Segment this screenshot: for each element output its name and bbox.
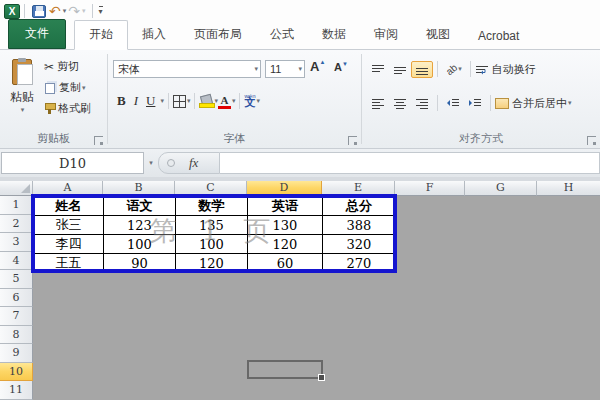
paste-button[interactable]: 粘贴 ▾ [4, 56, 40, 134]
cell-b3[interactable]: 100 [104, 235, 176, 254]
italic-button[interactable]: I [130, 93, 142, 109]
row-header-4[interactable]: 4 [0, 252, 33, 271]
font-color-dropdown-icon[interactable]: ▾ [232, 97, 236, 105]
tab-insert[interactable]: 插入 [128, 21, 180, 49]
cell-a2[interactable]: 张三 [34, 216, 104, 235]
row-header-8[interactable]: 8 [0, 326, 33, 345]
cell-a1[interactable]: 姓名 [34, 197, 104, 216]
paste-dropdown-icon[interactable]: ▾ [21, 106, 25, 114]
row-header-9[interactable]: 9 [0, 344, 33, 363]
name-box-value: D10 [59, 156, 86, 171]
undo-dropdown-icon[interactable]: ▾ [63, 7, 67, 15]
row-header-10[interactable]: 10 [0, 363, 33, 382]
select-all-button[interactable] [0, 181, 33, 196]
row-header-6[interactable]: 6 [0, 289, 33, 308]
cell-e3[interactable]: 320 [323, 235, 396, 254]
column-header-a[interactable]: A [33, 181, 103, 196]
save-icon[interactable] [32, 5, 46, 18]
customize-qat-icon[interactable]: ▾ [99, 6, 103, 16]
font-name-combo[interactable]: 宋体 ▾ [113, 60, 261, 78]
cell-c3[interactable]: 100 [176, 235, 248, 254]
align-right-button[interactable] [411, 95, 433, 112]
name-box-dropdown-icon[interactable]: ▾ [144, 159, 158, 167]
cell-c1[interactable]: 数学 [176, 197, 248, 216]
column-header-f[interactable]: F [395, 181, 465, 196]
orientation-button[interactable]: ab ▾ [442, 61, 466, 78]
column-header-d[interactable]: D [247, 181, 322, 196]
shrink-font-button[interactable]: A▼ [334, 61, 348, 73]
cut-label: 剪切 [57, 59, 79, 74]
cell-a3[interactable]: 李四 [34, 235, 104, 254]
align-center-button[interactable] [389, 95, 411, 112]
column-header-b[interactable]: B [103, 181, 175, 196]
chevron-down-icon[interactable]: ▾ [298, 65, 302, 73]
phonetic-dropdown-icon[interactable]: ▾ [256, 97, 260, 105]
align-middle-button[interactable] [389, 61, 411, 78]
tab-view[interactable]: 视图 [412, 21, 464, 49]
row-header-2[interactable]: 2 [0, 215, 33, 234]
column-header-g[interactable]: G [465, 181, 537, 196]
row-header-5[interactable]: 5 [0, 270, 33, 289]
tab-home[interactable]: 开始 [74, 20, 128, 50]
font-size-combo[interactable]: 11 ▾ [265, 60, 305, 78]
cell-b1[interactable]: 语文 [104, 197, 176, 216]
borders-icon[interactable] [173, 95, 186, 108]
bold-button[interactable]: B [113, 93, 130, 109]
cell-b2[interactable]: 123 [104, 216, 176, 235]
column-header-c[interactable]: C [175, 181, 247, 196]
wrap-text-button[interactable]: 自动换行 [475, 62, 536, 77]
cell-d2[interactable]: 130 [248, 216, 323, 235]
increase-indent-button[interactable] [464, 95, 486, 112]
clipboard-dialog-launcher-icon[interactable] [94, 136, 103, 145]
tab-review[interactable]: 审阅 [360, 21, 412, 49]
formula-input[interactable] [220, 152, 600, 174]
tab-acrobat[interactable]: Acrobat [464, 24, 533, 49]
font-color-icon[interactable]: A [218, 95, 231, 108]
insert-function-icon[interactable]: fx [189, 155, 198, 171]
redo-dropdown-icon: ▾ [82, 7, 86, 15]
cell-a4[interactable]: 王五 [34, 254, 104, 273]
undo-icon[interactable]: ↶ [49, 4, 61, 18]
align-bottom-button[interactable] [411, 61, 433, 78]
name-box[interactable]: D10 [1, 152, 144, 174]
cell-e2[interactable]: 388 [323, 216, 396, 235]
cells-canvas[interactable]: 姓名 语文 数学 英语 总分 张三 123 135 130 388 李四 100… [33, 196, 600, 400]
cut-button[interactable]: ✂ 剪切 [44, 56, 106, 77]
divider [194, 93, 195, 109]
row-header-1[interactable]: 1 [0, 196, 33, 215]
copy-dropdown-icon[interactable]: ▾ [82, 84, 86, 92]
cell-d3[interactable]: 120 [248, 235, 323, 254]
font-dialog-launcher-icon[interactable] [348, 136, 357, 145]
align-left-button[interactable] [367, 95, 389, 112]
cell-c2[interactable]: 135 [176, 216, 248, 235]
column-header-e[interactable]: E [322, 181, 395, 196]
borders-dropdown-icon[interactable]: ▾ [187, 97, 191, 105]
row-header-7[interactable]: 7 [0, 307, 33, 326]
tab-file[interactable]: 文件 [8, 19, 66, 49]
cell-c4[interactable]: 120 [176, 254, 248, 273]
cell-e4[interactable]: 270 [323, 254, 396, 273]
grow-font-button[interactable]: A▲ [310, 59, 325, 74]
chevron-down-icon[interactable]: ▾ [254, 65, 258, 73]
underline-button[interactable]: U [142, 93, 159, 109]
tab-page-layout[interactable]: 页面布局 [180, 21, 256, 49]
align-top-button[interactable] [367, 61, 389, 78]
alignment-dialog-launcher-icon[interactable] [587, 136, 596, 145]
underline-dropdown-icon[interactable]: ▾ [160, 97, 164, 105]
row-header-3[interactable]: 3 [0, 233, 33, 252]
copy-button[interactable]: 复制 ▾ [44, 77, 106, 98]
tab-data[interactable]: 数据 [308, 21, 360, 49]
tab-formulas[interactable]: 公式 [256, 21, 308, 49]
cell-b4[interactable]: 90 [104, 254, 176, 273]
merge-center-dropdown-icon[interactable]: ▾ [568, 99, 572, 107]
format-painter-button[interactable]: 格式刷 [44, 98, 106, 119]
cell-d4[interactable]: 60 [248, 254, 323, 273]
cell-e1[interactable]: 总分 [323, 197, 396, 216]
column-header-h[interactable]: H [537, 181, 600, 196]
cell-d1[interactable]: 英语 [248, 197, 323, 216]
decrease-indent-button[interactable] [442, 95, 464, 112]
fill-color-icon[interactable] [199, 95, 213, 108]
merge-center-button[interactable]: 合并后居中 ▾ [495, 96, 572, 111]
row-header-11[interactable]: 11 [0, 381, 33, 400]
phonetic-guide-icon[interactable]: wén文 [244, 97, 255, 108]
